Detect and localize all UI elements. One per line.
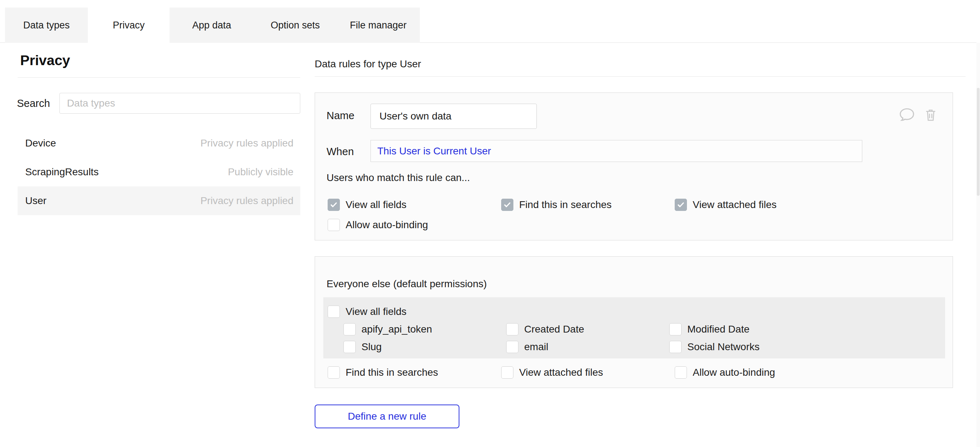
- scrollbar-thumb[interactable]: [977, 88, 980, 196]
- checkbox-label: Modified Date: [687, 324, 749, 335]
- rule-name-input[interactable]: [371, 103, 537, 129]
- tab-file-manager[interactable]: File manager: [337, 8, 420, 43]
- when-label: When: [326, 146, 354, 157]
- data-type-name: Device: [25, 137, 56, 149]
- tab-option-sets[interactable]: Option sets: [254, 8, 337, 43]
- checkbox-unchecked[interactable]: [669, 341, 681, 353]
- checkbox-unchecked[interactable]: [344, 323, 356, 336]
- tab-bar: Data types Privacy App data Option sets …: [5, 8, 420, 43]
- field-apify-api-token[interactable]: apify_api_token: [344, 323, 432, 336]
- name-label: Name: [326, 110, 354, 122]
- checkbox-unchecked[interactable]: [328, 219, 340, 231]
- field-created-date[interactable]: Created Date: [506, 323, 584, 336]
- permission-view-all-fields[interactable]: View all fields: [328, 199, 406, 211]
- checkbox-unchecked[interactable]: [328, 366, 340, 379]
- checkbox-unchecked[interactable]: [675, 366, 687, 379]
- checkbox-label: Allow auto-binding: [693, 367, 775, 378]
- list-item-user[interactable]: User Privacy rules applied: [18, 186, 300, 215]
- checkbox-unchecked[interactable]: [506, 341, 519, 353]
- fields-box: View all fields apify_api_token Created …: [323, 297, 945, 358]
- checkbox-label: View attached files: [693, 199, 776, 210]
- checkbox-unchecked[interactable]: [344, 341, 356, 353]
- comment-icon[interactable]: [899, 107, 915, 122]
- checkbox-label: email: [524, 341, 548, 353]
- checkbox-label: apify_api_token: [361, 324, 432, 335]
- main-header: Data rules for type User: [315, 58, 421, 70]
- data-type-status: Publicly visible: [228, 166, 293, 178]
- search-row: Search: [17, 93, 300, 114]
- search-input[interactable]: [59, 93, 300, 114]
- checkbox-label: View attached files: [519, 367, 603, 378]
- match-rule-text: Users who match this rule can...: [326, 172, 470, 183]
- checkbox-checked[interactable]: [328, 199, 340, 211]
- list-item-scrapingresults[interactable]: ScrapingResults Publicly visible: [18, 157, 300, 186]
- field-email[interactable]: email: [506, 341, 548, 353]
- data-type-status: Privacy rules applied: [200, 137, 293, 149]
- checkbox-checked[interactable]: [675, 199, 687, 211]
- rule-card-actions: [899, 107, 938, 122]
- when-condition-input[interactable]: This User is Current User: [371, 140, 862, 162]
- field-slug[interactable]: Slug: [344, 341, 382, 353]
- checkbox-checked[interactable]: [501, 199, 514, 211]
- data-type-list: Device Privacy rules applied ScrapingRes…: [18, 129, 300, 215]
- define-new-rule-button[interactable]: Define a new rule: [315, 404, 460, 428]
- checkbox-unchecked[interactable]: [506, 323, 519, 336]
- checkbox-label: Slug: [361, 341, 382, 353]
- main-divider: [315, 76, 966, 77]
- default-allow-auto-binding[interactable]: Allow auto-binding: [675, 366, 775, 379]
- checkbox-unchecked[interactable]: [328, 305, 340, 318]
- data-type-name: ScrapingResults: [25, 166, 99, 178]
- permission-find-in-searches[interactable]: Find this in searches: [501, 199, 612, 211]
- checkbox-label: View all fields: [346, 199, 406, 210]
- default-permissions-title: Everyone else (default permissions): [326, 278, 487, 290]
- tab-data-types[interactable]: Data types: [5, 8, 88, 43]
- checkbox-label: Created Date: [524, 324, 584, 335]
- checkbox-label: Social Networks: [687, 341, 760, 353]
- default-view-all-fields[interactable]: View all fields: [328, 305, 406, 318]
- when-condition-text: This User is Current User: [377, 145, 491, 157]
- checkbox-label: Find this in searches: [519, 199, 612, 210]
- default-view-attached-files[interactable]: View attached files: [501, 366, 603, 379]
- data-type-name: User: [25, 195, 46, 207]
- permission-allow-auto-binding[interactable]: Allow auto-binding: [328, 219, 428, 231]
- tab-privacy[interactable]: Privacy: [88, 8, 170, 43]
- default-permissions-card: Everyone else (default permissions) View…: [315, 256, 953, 388]
- list-item-device[interactable]: Device Privacy rules applied: [18, 129, 300, 157]
- checkbox-unchecked[interactable]: [501, 366, 514, 379]
- scrollbar[interactable]: [977, 43, 980, 447]
- permission-view-attached-files[interactable]: View attached files: [675, 199, 776, 211]
- checkbox-label: View all fields: [346, 306, 406, 317]
- search-label: Search: [17, 97, 50, 110]
- field-social-networks[interactable]: Social Networks: [669, 341, 760, 353]
- trash-icon[interactable]: [923, 107, 938, 122]
- checkbox-label: Find this in searches: [346, 367, 438, 378]
- data-type-status: Privacy rules applied: [200, 195, 293, 207]
- default-find-in-searches[interactable]: Find this in searches: [328, 366, 438, 379]
- page-title: Privacy: [20, 52, 70, 68]
- field-modified-date[interactable]: Modified Date: [669, 323, 749, 336]
- sidebar-divider: [18, 77, 300, 78]
- privacy-rule-card: Name When This User is Current User User…: [315, 92, 953, 240]
- checkbox-label: Allow auto-binding: [346, 219, 428, 231]
- checkbox-unchecked[interactable]: [669, 323, 681, 336]
- tab-app-data[interactable]: App data: [170, 8, 254, 43]
